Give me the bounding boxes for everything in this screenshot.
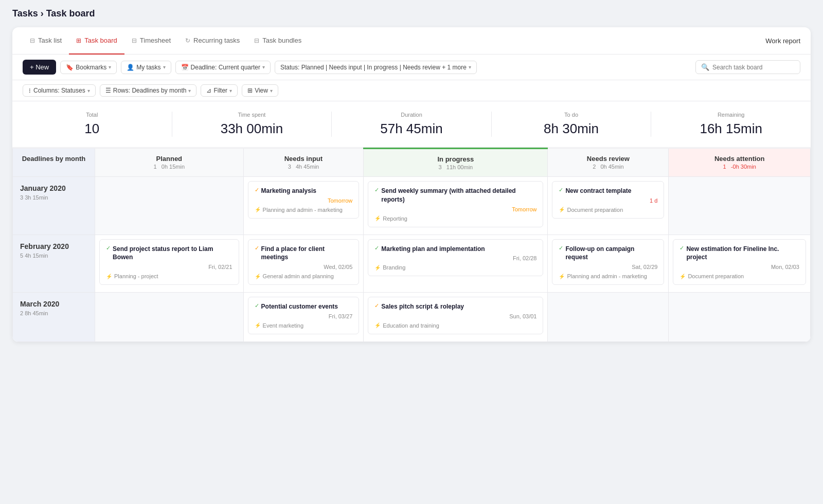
- breadcrumb: Tasks › Task board: [12, 8, 811, 19]
- board-container: Deadlines by month Planned 1 0h 15min Ne…: [12, 148, 811, 342]
- row-label-sub: 2 8h 45min: [20, 310, 87, 316]
- check-icon: ✓: [106, 245, 111, 251]
- tag-label: Document preparation: [567, 207, 623, 213]
- task-card[interactable]: ✓ Send weekly summary (with attached det…: [368, 181, 543, 227]
- task-card-date: Sat, 02/29: [559, 264, 657, 270]
- status-filter[interactable]: Status: Planned | Needs input | In progr…: [275, 61, 477, 74]
- col-header-needs-review: Needs review 2 0h 45min: [548, 149, 669, 177]
- task-card-title: New estimation for Fineline Inc. project: [686, 245, 799, 262]
- row-label-title: February 2020: [20, 242, 87, 250]
- bookmarks-caret: ▾: [109, 64, 111, 70]
- tab-timesheet[interactable]: ⊟ Timesheet: [124, 27, 178, 55]
- task-card[interactable]: ✓ Marketing analysis Tomorrow ⚡ Planning…: [248, 181, 360, 219]
- tag-icon: ⚡: [374, 215, 381, 221]
- tag-icon: ⚡: [255, 274, 261, 279]
- task-card-tag: ⚡ General admin and planning: [255, 273, 353, 279]
- summary-todo: To do 8h 30min: [492, 112, 652, 137]
- tag-label: Education and training: [383, 322, 439, 329]
- task-title-row: ✓ Marketing analysis: [255, 187, 353, 197]
- view-caret: ▾: [270, 88, 273, 94]
- task-card-title: New contract template: [565, 187, 631, 195]
- filter-chip[interactable]: ⊿ Filter ▾: [201, 84, 238, 97]
- bookmarks-filter[interactable]: 🔖 Bookmarks ▾: [60, 61, 117, 74]
- summary-row: Total 10 Time spent 33h 00min Duration 5…: [12, 101, 811, 148]
- check-icon: ✓: [559, 187, 563, 193]
- columns-chip[interactable]: ⫶ Columns: Statuses ▾: [23, 84, 96, 97]
- task-card[interactable]: ✓ Follow-up on campaign request Sat, 02/…: [552, 239, 664, 285]
- summary-time-spent: Time spent 33h 00min: [172, 112, 332, 137]
- task-cell-needs-review: ✓ New contract template 1 d ⚡ Document p…: [548, 177, 669, 235]
- task-card-tag: ⚡ Branding: [374, 264, 536, 271]
- row-label-sub: 5 4h 15min: [20, 253, 87, 259]
- row-label: March 20202 8h 45min: [13, 293, 95, 342]
- task-card[interactable]: ✓ Send project status report to Liam Bow…: [99, 239, 239, 285]
- task-card[interactable]: ✓ Sales pitch script & roleplay Sun, 03/…: [368, 297, 543, 334]
- list-icon: ⊟: [30, 37, 35, 44]
- main-card: ⊟ Task list ⊞ Task board ⊟ Timesheet ↻ R…: [12, 27, 811, 342]
- deadline-caret: ▾: [262, 64, 265, 70]
- task-card[interactable]: ✓ Marketing plan and implementation Fri,…: [368, 239, 543, 277]
- tabs-row: ⊟ Task list ⊞ Task board ⊟ Timesheet ↻ R…: [12, 27, 811, 55]
- tab-task-board[interactable]: ⊞ Task board: [69, 27, 124, 55]
- task-title-row: ✓ Marketing plan and implementation: [374, 245, 536, 256]
- search-box: 🔍: [695, 60, 800, 74]
- columns-caret: ▾: [87, 88, 90, 94]
- col-header-deadlines-label: Deadlines by month: [20, 155, 87, 163]
- new-button[interactable]: + New: [23, 60, 56, 75]
- view-chip[interactable]: ⊞ View ▾: [242, 84, 278, 97]
- check-icon: ✓: [255, 302, 259, 309]
- status-caret: ▾: [469, 64, 471, 70]
- rows-caret: ▾: [188, 88, 191, 94]
- col-header-planned: Planned 1 0h 15min: [95, 149, 244, 177]
- task-cell-needs-attention: [669, 293, 811, 342]
- search-icon: 🔍: [701, 63, 709, 71]
- check-icon: ✓: [374, 245, 379, 251]
- task-card-tag: ⚡ Reporting: [374, 215, 536, 222]
- work-report-button[interactable]: Work report: [765, 28, 800, 54]
- task-cell-planned: [95, 293, 244, 342]
- my-tasks-filter[interactable]: 👤 My tasks ▾: [121, 61, 171, 74]
- task-cell-needs-input: ✓ Find a place for client meetings Wed, …: [243, 235, 364, 293]
- tab-task-list[interactable]: ⊟ Task list: [23, 27, 69, 55]
- row-label: January 20203 3h 15min: [13, 177, 95, 235]
- task-cell-needs-review: ✓ Follow-up on campaign request Sat, 02/…: [548, 235, 669, 293]
- tag-icon: ⚡: [559, 274, 565, 279]
- check-icon: ✓: [559, 245, 563, 251]
- calendar-icon: 📅: [181, 64, 189, 71]
- task-cell-needs-review: [548, 293, 669, 342]
- tab-task-bundles[interactable]: ⊟ Task bundles: [247, 27, 309, 55]
- search-input[interactable]: [712, 64, 795, 71]
- filter-caret: ▾: [229, 88, 232, 94]
- task-cell-in-progress: ✓ Marketing plan and implementation Fri,…: [364, 235, 548, 293]
- view-row: ⫶ Columns: Statuses ▾ ☰ Rows: Deadlines …: [12, 80, 811, 101]
- tab-recurring-tasks[interactable]: ↻ Recurring tasks: [178, 27, 247, 55]
- tag-icon: ⚡: [374, 322, 381, 328]
- col-header-deadlines: Deadlines by month: [13, 149, 95, 177]
- col-header-needs-input: Needs input 3 4h 45min: [243, 149, 364, 177]
- tag-label: Event marketing: [263, 322, 303, 329]
- view-icon: ⊞: [247, 87, 253, 94]
- row-label-title: January 2020: [20, 184, 87, 192]
- deadline-filter[interactable]: 📅 Deadline: Current quarter ▾: [175, 61, 271, 74]
- task-title-row: ✓ Follow-up on campaign request: [559, 245, 657, 264]
- row-label: February 20205 4h 15min: [13, 235, 95, 293]
- bundles-icon: ⊟: [254, 37, 259, 44]
- board-table: Deadlines by month Planned 1 0h 15min Ne…: [12, 148, 811, 342]
- task-card[interactable]: ✓ Potential customer events Fri, 03/27 ⚡…: [248, 297, 360, 334]
- task-card[interactable]: ✓ New contract template 1 d ⚡ Document p…: [552, 181, 664, 219]
- summary-duration: Duration 57h 45min: [332, 112, 492, 137]
- task-cell-in-progress: ✓ Sales pitch script & roleplay Sun, 03/…: [364, 293, 548, 342]
- task-card-title: Send weekly summary (with attached detai…: [381, 187, 536, 204]
- task-card[interactable]: ✓ New estimation for Fineline Inc. proje…: [673, 239, 806, 285]
- recurring-icon: ↻: [185, 37, 190, 44]
- check-icon: ✓: [374, 187, 379, 193]
- rows-icon: ☰: [105, 87, 111, 94]
- rows-chip[interactable]: ☰ Rows: Deadlines by month ▾: [100, 84, 197, 97]
- task-card[interactable]: ✓ Find a place for client meetings Wed, …: [248, 239, 360, 285]
- task-card-date: Fri, 02/28: [374, 255, 536, 261]
- task-cell-in-progress: ✓ Send weekly summary (with attached det…: [364, 177, 548, 235]
- task-title-row: ✓ Potential customer events: [255, 302, 353, 313]
- task-title-row: ✓ Sales pitch script & roleplay: [374, 302, 536, 313]
- summary-total: Total 10: [12, 112, 172, 137]
- columns-icon: ⫶: [28, 87, 31, 94]
